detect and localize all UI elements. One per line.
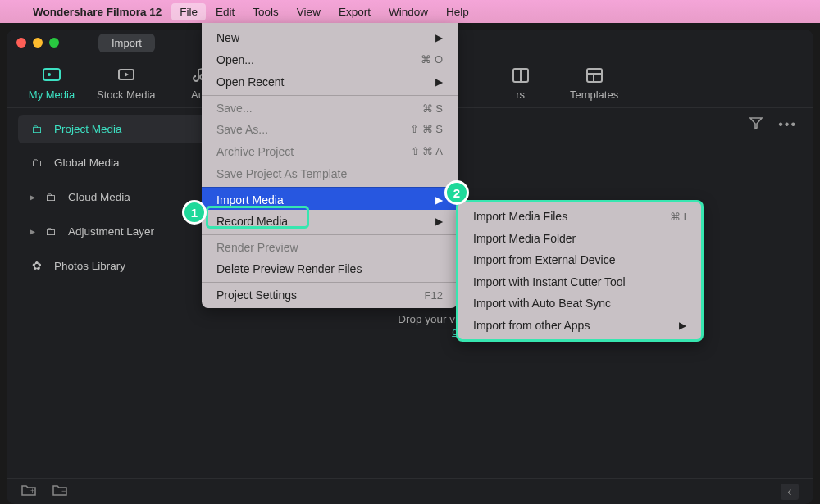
- callout-badge-2: 2: [444, 180, 469, 205]
- import-button[interactable]: Import: [98, 34, 155, 52]
- close-window-button[interactable]: [16, 38, 26, 48]
- sidebar-item-label: Photos Library: [54, 260, 125, 272]
- folder-icon: 🗀: [43, 225, 58, 238]
- sidebar-item-cloud-media[interactable]: ▸ 🗀 Cloud Media: [18, 182, 208, 211]
- svg-marker-3: [125, 72, 129, 77]
- filter-icon[interactable]: [749, 116, 763, 134]
- submenu-item-other-apps[interactable]: Import from other Apps▶: [458, 315, 701, 337]
- menubar-item-tools[interactable]: Tools: [253, 6, 279, 18]
- media-icon: [42, 66, 61, 85]
- sidebar-item-adjustment-layer[interactable]: ▸ 🗀 Adjustment Layer: [18, 216, 208, 246]
- sidebar-item-project-media[interactable]: 🗀 Project Media: [18, 115, 208, 143]
- menubar-item-view[interactable]: View: [297, 6, 321, 18]
- tab-my-media[interactable]: My Media: [23, 66, 80, 101]
- sidebar: 🗀 Project Media 🗀 Global Media ▸ 🗀 Cloud…: [7, 108, 220, 473]
- templates-icon: [585, 66, 604, 85]
- sidebar-item-global-media[interactable]: 🗀 Global Media: [18, 148, 208, 177]
- sidebar-item-label: Project Media: [54, 123, 122, 135]
- bottombar: + − ‹: [7, 478, 813, 504]
- maximize-window-button[interactable]: [49, 38, 59, 48]
- menu-item-save-template: Save Project As Template: [202, 162, 458, 184]
- tab-label: My Media: [29, 89, 75, 101]
- menu-item-render-preview: Render Preview: [202, 234, 458, 257]
- cloud-media-icon: [116, 66, 136, 85]
- chevron-right-icon: ▶: [435, 216, 443, 227]
- window-controls: [16, 38, 59, 48]
- tab-label: Stock Media: [97, 89, 156, 101]
- menu-item-save: Save...⌘ S: [202, 95, 458, 118]
- file-menu: New▶ Open...⌘ O Open Recent▶ Save...⌘ S …: [202, 23, 458, 308]
- submenu-item-import-external[interactable]: Import from External Device: [458, 249, 701, 271]
- submenu-item-auto-beat-sync[interactable]: Import with Auto Beat Sync: [458, 293, 701, 315]
- chevron-right-icon: ▸: [30, 225, 35, 238]
- menu-item-record-media[interactable]: Record Media▶: [202, 210, 458, 232]
- sidebar-item-label: Global Media: [54, 157, 120, 169]
- svg-rect-0: [43, 69, 60, 80]
- photos-icon: ✿: [30, 259, 44, 272]
- menu-item-open-recent[interactable]: Open Recent▶: [202, 70, 458, 93]
- svg-text:+: +: [30, 487, 34, 495]
- minimize-window-button[interactable]: [33, 38, 43, 48]
- tab-unknown-rs[interactable]: rs: [492, 66, 549, 101]
- collapse-panel-button[interactable]: ‹: [781, 484, 799, 500]
- sidebar-item-photos-library[interactable]: ✿ Photos Library: [18, 251, 208, 280]
- menu-item-archive-project: Archive Project⇧ ⌘ A: [202, 140, 458, 162]
- menubar-item-file[interactable]: File: [171, 3, 206, 20]
- tab-stock-media[interactable]: Stock Media: [97, 66, 156, 101]
- sidebar-item-label: Adjustment Layer: [68, 225, 154, 238]
- menubar-item-edit[interactable]: Edit: [216, 6, 235, 18]
- chevron-right-icon: ▶: [679, 320, 686, 331]
- svg-text:−: −: [61, 487, 66, 495]
- folder-icon: 🗀: [30, 123, 44, 135]
- import-media-submenu: Import Media Files⌘ I Import Media Folde…: [456, 200, 704, 342]
- menu-item-project-settings[interactable]: Project SettingsF12: [202, 282, 458, 305]
- mac-menubar: Wondershare Filmora 12 File Edit Tools V…: [0, 0, 820, 23]
- submenu-item-instant-cutter[interactable]: Import with Instant Cutter Tool: [458, 271, 701, 293]
- sidebar-item-label: Cloud Media: [68, 191, 130, 203]
- menu-item-new[interactable]: New▶: [202, 26, 458, 48]
- submenu-item-import-folder[interactable]: Import Media Folder: [458, 228, 701, 250]
- callout-badge-1: 1: [182, 200, 207, 225]
- new-folder-icon[interactable]: +: [21, 484, 36, 500]
- chevron-right-icon: ▶: [435, 76, 443, 88]
- menu-item-import-media[interactable]: Import Media▶: [202, 187, 458, 210]
- more-icon[interactable]: •••: [778, 117, 797, 132]
- menubar-item-export[interactable]: Export: [339, 6, 371, 18]
- tab-label: Templates: [570, 89, 618, 101]
- menu-item-save-as: Save As...⇧ ⌘ S: [202, 118, 458, 140]
- svg-point-1: [48, 73, 51, 76]
- chevron-right-icon: ▶: [435, 194, 443, 206]
- folder-icon: 🗀: [43, 191, 58, 203]
- folder-icon: 🗀: [30, 157, 44, 169]
- menu-item-delete-preview[interactable]: Delete Preview Render Files: [202, 257, 458, 279]
- menubar-item-window[interactable]: Window: [389, 6, 428, 18]
- app-name[interactable]: Wondershare Filmora 12: [33, 6, 162, 18]
- chevron-right-icon: ▸: [30, 190, 35, 203]
- chevron-right-icon: ▶: [435, 32, 443, 43]
- tab-label: rs: [516, 89, 525, 101]
- submenu-item-import-files[interactable]: Import Media Files⌘ I: [458, 206, 701, 228]
- menu-item-open[interactable]: Open...⌘ O: [202, 48, 458, 70]
- tab-templates[interactable]: Templates: [566, 66, 623, 101]
- remove-folder-icon[interactable]: −: [52, 484, 67, 500]
- menubar-item-help[interactable]: Help: [446, 6, 469, 18]
- layout-icon: [511, 66, 531, 85]
